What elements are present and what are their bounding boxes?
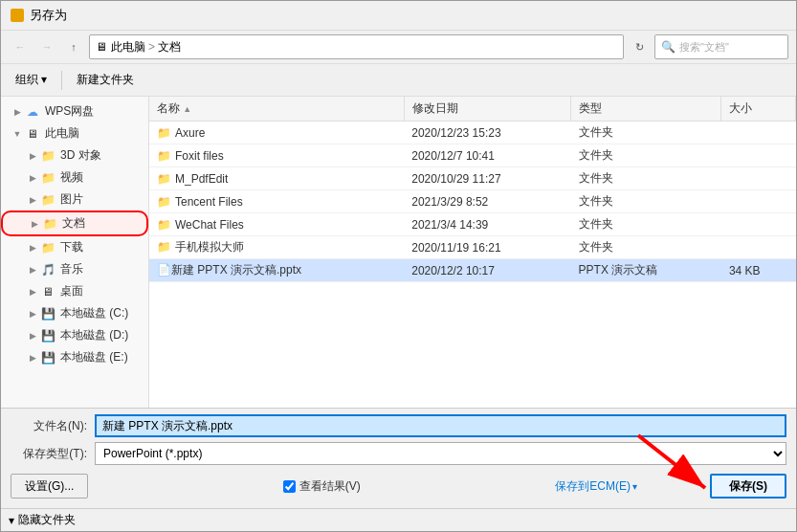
organize-button[interactable]: 组织 ▾ bbox=[9, 68, 54, 92]
file-date: 2020/10/29 11:27 bbox=[404, 167, 570, 190]
file-size bbox=[721, 236, 796, 259]
toggle-icon: ▶ bbox=[28, 265, 37, 275]
filename-label: 文件名(N): bbox=[11, 418, 87, 434]
file-name: 📄新建 PPTX 演示文稿.pptx bbox=[149, 259, 404, 282]
file-name: 📁Foxit files bbox=[149, 144, 404, 167]
sidebar-label-disk-e: 本地磁盘 (E:) bbox=[60, 349, 128, 366]
toggle-icon: ▶ bbox=[28, 353, 37, 363]
file-size bbox=[721, 213, 796, 236]
sidebar-item-video[interactable]: ▶ 📁 视频 bbox=[1, 166, 148, 188]
toggle-icon: ▶ bbox=[28, 151, 37, 161]
up-button[interactable]: ↑ bbox=[62, 35, 85, 58]
sidebar-label-downloads: 下载 bbox=[60, 239, 83, 255]
file-date: 2020/12/23 15:23 bbox=[404, 122, 570, 144]
disk-icon: 💾 bbox=[40, 306, 55, 321]
sidebar-label-disk-d: 本地磁盘 (D:) bbox=[60, 327, 128, 344]
sidebar-item-disk-d[interactable]: ▶ 💾 本地磁盘 (D:) bbox=[1, 324, 148, 346]
check-results-checkbox[interactable] bbox=[283, 480, 296, 493]
save-button[interactable]: 保存(S) bbox=[710, 474, 786, 499]
toggle-icon: ▶ bbox=[28, 287, 37, 297]
sidebar-label-thispc: 此电脑 bbox=[45, 125, 79, 142]
filetype-row: 保存类型(T): PowerPoint (*.pptx) bbox=[11, 442, 786, 465]
table-row[interactable]: 📁Tencent Files 2021/3/29 8:52 文件夹 bbox=[149, 190, 796, 213]
sidebar-item-disk-c[interactable]: ▶ 💾 本地磁盘 (C:) bbox=[1, 302, 148, 324]
sidebar-label-3d: 3D 对象 bbox=[60, 147, 101, 164]
toggle-icon: ▶ bbox=[12, 107, 22, 117]
main-content: ▶ ☁ WPS网盘 ▼ 🖥 此电脑 ▶ 📁 3D 对象 ▶ 📁 视频 bbox=[1, 97, 796, 408]
path-sep1: > bbox=[148, 40, 155, 54]
hide-folders-label: 隐藏文件夹 bbox=[18, 512, 76, 528]
toggle-icon: ▶ bbox=[28, 309, 37, 319]
sidebar-item-music[interactable]: ▶ 🎵 音乐 bbox=[1, 258, 148, 280]
bottom-actions: 设置(G)... 查看结果(V) 保存到ECM(E) ▾ 保存(S) 取消 bbox=[11, 470, 786, 502]
check-results-label[interactable]: 查看结果(V) bbox=[283, 478, 361, 495]
folder-icon: 📁 bbox=[40, 148, 55, 164]
table-row[interactable]: 📁Axure 2020/12/23 15:23 文件夹 bbox=[149, 122, 796, 144]
table-row[interactable]: 📁手机模拟大师 2020/11/19 16:21 文件夹 bbox=[149, 236, 796, 259]
col-name[interactable]: 名称 ▲ bbox=[149, 97, 404, 122]
hide-folders-bar: ▾ 隐藏文件夹 bbox=[1, 508, 796, 531]
sidebar-label-desktop: 桌面 bbox=[60, 283, 83, 299]
sidebar-label-disk-c: 本地磁盘 (C:) bbox=[60, 305, 128, 321]
file-name: 📁手机模拟大师 bbox=[149, 236, 404, 259]
file-name: 📁WeChat Files bbox=[149, 213, 404, 236]
settings-button[interactable]: 设置(G)... bbox=[11, 474, 88, 499]
refresh-button[interactable]: ↻ bbox=[628, 35, 651, 58]
back-button[interactable]: ← bbox=[9, 35, 32, 58]
table-row[interactable]: 📁Foxit files 2020/12/7 10:41 文件夹 bbox=[149, 144, 796, 167]
toggle-icon: ▶ bbox=[28, 243, 37, 253]
sidebar-label-music: 音乐 bbox=[60, 261, 83, 277]
table-row[interactable]: 📁WeChat Files 2021/3/4 14:39 文件夹 bbox=[149, 213, 796, 236]
forward-button[interactable]: → bbox=[35, 35, 58, 58]
file-name: 📁Axure bbox=[149, 122, 404, 144]
pc-icon: 🖥 bbox=[25, 126, 40, 142]
file-name: 📁Tencent Files bbox=[149, 190, 404, 213]
file-list[interactable]: 名称 ▲ 修改日期 类型 大小 📁Axure 2020/12/23 15:23 … bbox=[149, 97, 796, 408]
file-type: 文件夹 bbox=[571, 167, 721, 190]
folder-icon: 📁 bbox=[157, 172, 171, 186]
sort-arrow: ▲ bbox=[183, 104, 191, 114]
sidebar-label-pictures: 图片 bbox=[60, 191, 83, 208]
file-date: 2021/3/29 8:52 bbox=[404, 190, 570, 213]
sidebar: ▶ ☁ WPS网盘 ▼ 🖥 此电脑 ▶ 📁 3D 对象 ▶ 📁 视频 bbox=[1, 97, 149, 408]
sidebar-item-3d[interactable]: ▶ 📁 3D 对象 bbox=[1, 144, 148, 166]
sidebar-item-desktop[interactable]: ▶ 🖥 桌面 bbox=[1, 280, 148, 302]
col-size[interactable]: 大小 bbox=[721, 97, 796, 122]
file-date: 2020/12/2 10:17 bbox=[404, 259, 570, 282]
new-folder-label: 新建文件夹 bbox=[77, 72, 134, 88]
table-row[interactable]: 📁M_PdfEdit 2020/10/29 11:27 文件夹 bbox=[149, 167, 796, 190]
save-to-ecm-button[interactable]: 保存到ECM(E) ▾ bbox=[555, 478, 637, 495]
sidebar-item-disk-e[interactable]: ▶ 💾 本地磁盘 (E:) bbox=[1, 346, 148, 368]
sidebar-item-documents[interactable]: ▶ 📁 文档 bbox=[1, 211, 148, 236]
col-date[interactable]: 修改日期 bbox=[404, 97, 570, 122]
file-type: 文件夹 bbox=[571, 213, 721, 236]
new-folder-button[interactable]: 新建文件夹 bbox=[70, 68, 141, 92]
sidebar-label-wps: WPS网盘 bbox=[45, 103, 94, 120]
file-size bbox=[721, 190, 796, 213]
sidebar-item-pictures[interactable]: ▶ 📁 图片 bbox=[1, 188, 148, 211]
file-size: 34 KB bbox=[721, 259, 796, 282]
path-current: 文档 bbox=[158, 39, 181, 55]
sidebar-item-thispc[interactable]: ▼ 🖥 此电脑 bbox=[1, 122, 148, 144]
file-size bbox=[721, 144, 796, 167]
col-type[interactable]: 类型 bbox=[571, 97, 721, 122]
bottom-bar: 文件名(N): 保存类型(T): PowerPoint (*.pptx) 设置(… bbox=[1, 408, 796, 508]
folder-icon: 📁 bbox=[157, 195, 171, 209]
sidebar-item-wps[interactable]: ▶ ☁ WPS网盘 bbox=[1, 100, 148, 122]
filename-input[interactable] bbox=[95, 414, 786, 437]
sidebar-label-video: 视频 bbox=[60, 169, 83, 186]
sidebar-item-downloads[interactable]: ▶ 📁 下载 bbox=[1, 236, 148, 258]
search-bar[interactable]: 🔍 搜索"文档" bbox=[654, 34, 788, 59]
file-icon: 📄 bbox=[157, 263, 171, 277]
toggle-icon: ▶ bbox=[28, 331, 37, 341]
title-bar: 另存为 bbox=[1, 1, 796, 31]
path-root: 此电脑 bbox=[111, 39, 145, 55]
sidebar-label-documents: 文档 bbox=[62, 215, 85, 232]
filetype-select[interactable]: PowerPoint (*.pptx) bbox=[95, 442, 786, 465]
file-size bbox=[721, 122, 796, 144]
disk-icon: 💾 bbox=[40, 350, 55, 366]
file-name: 📁M_PdfEdit bbox=[149, 167, 404, 190]
path-bar[interactable]: 🖥 此电脑 > 文档 bbox=[89, 34, 624, 59]
folder-icon: 📁 bbox=[40, 192, 55, 208]
table-row[interactable]: 📄新建 PPTX 演示文稿.pptx 2020/12/2 10:17 PPTX … bbox=[149, 259, 796, 282]
